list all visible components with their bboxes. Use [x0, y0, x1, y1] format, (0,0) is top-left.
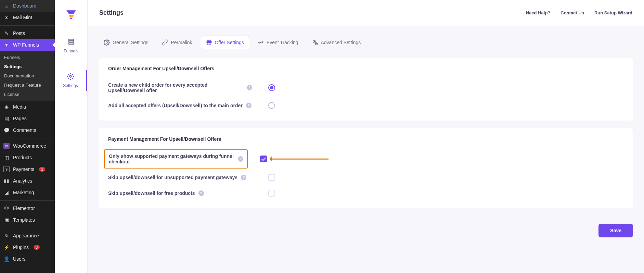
sidebar-item-appearance[interactable]: ✎Appearance: [0, 230, 55, 241]
card-order-management: Order Management For Upsell/Downsell Off…: [99, 58, 633, 121]
arrows-icon: [258, 39, 264, 46]
svg-point-3: [69, 75, 72, 77]
tab-permalink[interactable]: Permalink: [157, 36, 197, 49]
page-icon: ▤: [3, 115, 10, 122]
setting-row-main-order: Add all accepted offers (Upsell/Downsell…: [108, 99, 623, 112]
sidebar-item-comments[interactable]: 💬Comments: [0, 124, 55, 136]
svg-point-4: [106, 42, 108, 44]
svg-rect-2: [68, 43, 74, 45]
setting-row-skip-free: Skip upsell/downsell for free products ?: [108, 186, 623, 200]
sidebar-item-payments[interactable]: $Payments1: [0, 163, 55, 175]
chat-icon: 💬: [3, 127, 10, 133]
wpfunnels-logo: [65, 9, 77, 22]
link-icon: [162, 39, 168, 46]
radio-main-order[interactable]: [268, 102, 275, 109]
checkbox-supported-gateways[interactable]: [260, 156, 267, 162]
setting-row-child-order: Create a new child order for every accep…: [108, 79, 623, 97]
svg-point-10: [314, 41, 314, 42]
tooltip-icon[interactable]: ?: [247, 85, 252, 90]
sidebar-item-media[interactable]: ◉Media: [0, 101, 55, 113]
app-rail: Funnels Settings: [55, 0, 88, 273]
setting-control: [268, 190, 275, 197]
tab-advanced-settings[interactable]: Advanced Settings: [307, 36, 366, 49]
tooltip-icon[interactable]: ?: [238, 156, 243, 162]
payments-badge: 1: [39, 167, 45, 172]
envelope-icon: ✉: [3, 14, 10, 21]
svg-rect-1: [68, 41, 74, 42]
svg-point-11: [316, 44, 317, 44]
setting-label-highlighted: Only show supported payment gateways dur…: [104, 149, 248, 169]
link-setup-wizard[interactable]: Run Setup Wizard: [594, 10, 632, 15]
svg-point-8: [313, 40, 316, 43]
cogs-icon: [312, 39, 318, 46]
link-contact-us[interactable]: Contact Us: [561, 10, 584, 15]
box-icon: ◫: [3, 154, 10, 161]
user-icon: 👤: [3, 256, 10, 262]
sidebar-item-wpfunnels[interactable]: ▼WP Funnels: [0, 39, 55, 51]
submenu-funnels[interactable]: Funnels: [0, 53, 55, 62]
tab-offer-settings[interactable]: Offer Settings: [201, 36, 249, 49]
annotation-arrow: [270, 159, 329, 160]
sidebar-item-posts[interactable]: ✎Posts: [0, 27, 55, 39]
sidebar-item-pages[interactable]: ▤Pages: [0, 113, 55, 124]
app-main: Settings Need Help? Contact Us Run Setup…: [88, 0, 644, 273]
rail-item-settings[interactable]: Settings: [55, 70, 87, 91]
sidebar-item-dashboard[interactable]: ⌂Dashboard: [0, 0, 55, 12]
tooltip-icon[interactable]: ?: [198, 190, 204, 196]
sidebar-item-mailmint[interactable]: ✉Mail Mint: [0, 12, 55, 23]
submenu-request-feature[interactable]: Request a Feature: [0, 80, 55, 90]
submenu-documentation[interactable]: Documentation: [0, 71, 55, 80]
setting-control: [260, 156, 267, 162]
wp-admin-sidebar: ⌂Dashboard ✉Mail Mint ✎Posts ▼WP Funnels…: [0, 0, 55, 273]
stack-icon: ▣: [3, 217, 10, 223]
setting-label: Skip upsell/downsell for unsupported pay…: [108, 175, 252, 180]
setting-control: [268, 84, 275, 91]
tab-general-settings[interactable]: General Settings: [99, 36, 153, 49]
page-title: Settings: [99, 9, 124, 16]
sidebar-item-users[interactable]: 👤Users: [0, 253, 55, 265]
tooltip-icon[interactable]: ?: [241, 175, 246, 180]
gear-icon: [104, 39, 110, 46]
sidebar-item-woocommerce[interactable]: WWooCommerce: [0, 140, 55, 152]
checkbox-skip-free[interactable]: [268, 190, 275, 197]
save-bar: Save: [99, 216, 633, 251]
app-body: General Settings Permalink Offer Setting…: [88, 26, 644, 273]
pin-icon: ✎: [3, 30, 10, 36]
settings-tabs: General Settings Permalink Offer Setting…: [99, 36, 633, 49]
setting-row-skip-unsupported: Skip upsell/downsell for unsupported pay…: [108, 171, 623, 184]
plugins-badge: 3: [34, 245, 40, 250]
sidebar-item-templates[interactable]: ▣Templates: [0, 214, 55, 226]
setting-control: [268, 102, 275, 109]
megaphone-icon: ◢: [3, 189, 10, 196]
rail-item-funnels[interactable]: Funnels: [55, 35, 87, 56]
media-icon: ◉: [3, 104, 10, 110]
funnel-icon: ▼: [3, 42, 10, 48]
sidebar-item-products[interactable]: ◫Products: [0, 152, 55, 163]
list-icon: [67, 38, 75, 47]
sidebar-item-elementor[interactable]: ⓔElementor: [0, 202, 55, 214]
svg-rect-0: [68, 39, 74, 41]
topbar-links: Need Help? Contact Us Run Setup Wizard: [526, 10, 632, 15]
gift-icon: [206, 39, 212, 46]
checkbox-skip-unsupported[interactable]: [268, 174, 275, 181]
submenu-license[interactable]: License: [0, 90, 55, 99]
gauge-icon: ⌂: [3, 3, 10, 9]
sidebar-item-plugins[interactable]: ⚡Plugins3: [0, 241, 55, 253]
tooltip-icon[interactable]: ?: [246, 103, 252, 108]
card-title: Order Management For Upsell/Downsell Off…: [108, 66, 623, 71]
elementor-icon: ⓔ: [3, 205, 10, 211]
submenu-settings[interactable]: Settings: [0, 62, 55, 71]
dollar-icon: $: [3, 166, 10, 172]
save-button[interactable]: Save: [598, 224, 633, 237]
link-need-help[interactable]: Need Help?: [526, 10, 551, 15]
card-title: Payment Management For Upsell/Downsell O…: [108, 136, 623, 142]
setting-label: Add all accepted offers (Upsell/Downsell…: [108, 103, 252, 108]
tab-event-tracking[interactable]: Event Tracking: [253, 36, 304, 49]
brush-icon: ✎: [3, 233, 10, 239]
sidebar-submenu-wpfunnels: Funnels Settings Documentation Request a…: [0, 51, 55, 101]
sidebar-item-marketing[interactable]: ◢Marketing: [0, 187, 55, 198]
app-topbar: Settings Need Help? Contact Us Run Setup…: [88, 0, 644, 26]
plug-icon: ⚡: [3, 244, 10, 250]
sidebar-item-analytics[interactable]: ▮▮Analytics: [0, 175, 55, 187]
radio-child-order[interactable]: [268, 84, 275, 91]
